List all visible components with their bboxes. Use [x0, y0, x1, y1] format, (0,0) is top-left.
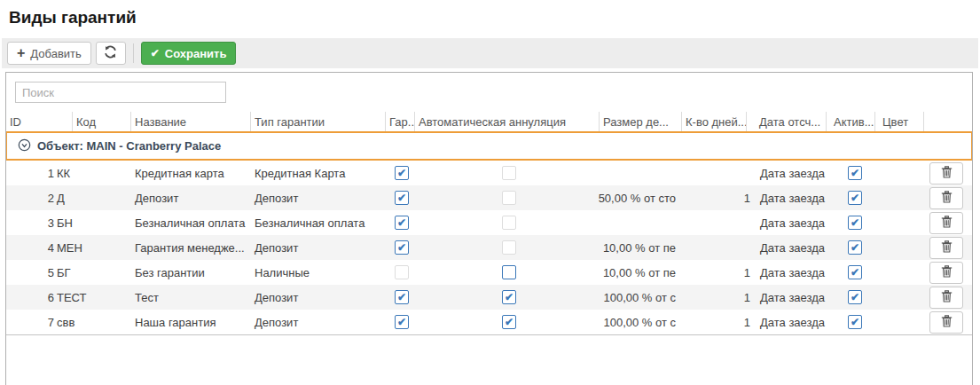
- date-cell: Дата заезда: [750, 216, 839, 230]
- type-cell: Наличные: [252, 266, 383, 279]
- date-cell: Дата заезда: [750, 192, 839, 205]
- active-checkbox[interactable]: [848, 240, 862, 255]
- guarantee-checkbox[interactable]: [395, 166, 409, 180]
- guarantee-checkbox[interactable]: [395, 240, 409, 255]
- active-checkbox[interactable]: [848, 315, 862, 329]
- toolbar: + Добавить ✔ Сохранить: [2, 38, 978, 68]
- auto-annul-checkbox[interactable]: [502, 290, 516, 304]
- group-row[interactable]: Объект: MAIN - Cranberry Palace: [6, 133, 972, 161]
- auto-annul-checkbox[interactable]: [502, 315, 516, 329]
- auto-annul-checkbox[interactable]: [502, 265, 516, 279]
- active-checkbox[interactable]: [848, 265, 862, 279]
- code-cell: Д: [54, 192, 129, 205]
- column-header-date[interactable]: Дата отсч...: [747, 112, 827, 131]
- search-row: [6, 73, 972, 112]
- active-checkbox[interactable]: [848, 191, 862, 205]
- auto-annul-checkbox[interactable]: [502, 216, 516, 230]
- name-cell: Безналичная оплата: [129, 216, 252, 230]
- table-body: 1 КК Кредитная карта Кредитная Карта Дат…: [6, 161, 972, 334]
- guarantee-cell: [383, 191, 420, 205]
- column-header-guarantee[interactable]: Гар...: [386, 112, 415, 131]
- active-checkbox[interactable]: [848, 216, 862, 230]
- auto-annul-cell: [420, 216, 598, 230]
- active-cell: [839, 216, 871, 230]
- trash-icon: [941, 166, 953, 181]
- column-header-auto-annul[interactable]: Автоматическая аннуляция: [415, 112, 600, 131]
- actions-cell: [921, 311, 972, 334]
- column-header-code[interactable]: Код: [73, 112, 131, 131]
- days-cell: 1: [678, 291, 750, 304]
- guarantee-checkbox[interactable]: [395, 191, 409, 205]
- type-cell: Депозит: [252, 192, 383, 205]
- column-header-active[interactable]: Актив...: [827, 112, 875, 131]
- id-cell: 1: [6, 167, 54, 180]
- type-cell: Депозит: [252, 241, 383, 255]
- search-input[interactable]: [15, 82, 226, 103]
- name-cell: Наша гарантия: [129, 316, 252, 329]
- table-row[interactable]: 5 БГ Без гарантии Наличные 10,00 % от пе…: [6, 260, 972, 285]
- actions-cell: [921, 162, 972, 185]
- auto-annul-cell: [420, 290, 598, 304]
- table-row[interactable]: 7 свв Наша гарантия Депозит 100,00 % от …: [6, 310, 972, 334]
- guarantee-checkbox[interactable]: [395, 216, 409, 230]
- actions-cell: [921, 212, 972, 234]
- guarantee-cell: [383, 240, 420, 255]
- column-header-color[interactable]: Цвет: [875, 112, 924, 131]
- active-cell: [839, 265, 871, 279]
- id-cell: 3: [6, 216, 54, 230]
- delete-button[interactable]: [929, 262, 963, 284]
- column-header-days[interactable]: К-во дней...: [682, 112, 747, 131]
- delete-button[interactable]: [929, 212, 963, 234]
- column-header-id[interactable]: ID: [6, 112, 73, 131]
- trash-icon: [941, 315, 953, 330]
- active-cell: [839, 290, 871, 304]
- add-button-label: Добавить: [30, 47, 81, 60]
- code-cell: БГ: [54, 266, 129, 279]
- name-cell: Тест: [129, 291, 252, 304]
- type-cell: Кредитная Карта: [252, 167, 383, 180]
- guarantee-checkbox[interactable]: [395, 265, 409, 279]
- active-checkbox[interactable]: [848, 166, 862, 180]
- add-button[interactable]: + Добавить: [7, 42, 91, 65]
- table-row[interactable]: 2 Д Депозит Депозит 50,00 % от сто 1 Дат…: [6, 185, 972, 210]
- refresh-button[interactable]: [96, 42, 126, 65]
- column-header-name[interactable]: Название: [131, 112, 251, 131]
- column-header-actions: [924, 112, 972, 131]
- trash-icon: [941, 240, 953, 255]
- column-header-type[interactable]: Тип гарантии: [251, 112, 386, 131]
- table-row[interactable]: 6 ТЕСТ Тест Депозит 100,00 % от с 1 Дата…: [6, 285, 972, 310]
- column-header-size[interactable]: Размер де...: [600, 112, 682, 131]
- delete-button[interactable]: [929, 237, 963, 259]
- grid-panel: ID Код Название Тип гарантии Гар... Авто…: [5, 72, 973, 385]
- auto-annul-checkbox[interactable]: [502, 166, 516, 180]
- delete-button[interactable]: [929, 187, 963, 209]
- delete-button[interactable]: [929, 311, 963, 334]
- table-row[interactable]: 3 БН Безналичная оплата Безналичная опла…: [6, 210, 972, 235]
- code-cell: БН: [54, 216, 129, 230]
- save-button[interactable]: ✔ Сохранить: [141, 42, 237, 65]
- code-cell: свв: [54, 316, 129, 329]
- table-row[interactable]: 4 МЕН Гарантия менедже... Депозит 10,00 …: [6, 235, 972, 260]
- table-row[interactable]: 1 КК Кредитная карта Кредитная Карта Дат…: [6, 161, 972, 185]
- actions-cell: [921, 237, 972, 259]
- delete-button[interactable]: [929, 287, 963, 309]
- active-checkbox[interactable]: [848, 290, 862, 304]
- auto-annul-checkbox[interactable]: [502, 240, 516, 255]
- auto-annul-cell: [420, 166, 598, 180]
- guarantee-checkbox[interactable]: [395, 290, 409, 304]
- group-collapse-icon[interactable]: [18, 138, 31, 154]
- name-cell: Гарантия менедже...: [129, 241, 252, 255]
- days-cell: 1: [678, 266, 750, 279]
- id-cell: 2: [6, 192, 54, 205]
- date-cell: Дата заезда: [750, 167, 839, 180]
- guarantee-checkbox[interactable]: [395, 315, 409, 329]
- days-cell: 1: [678, 316, 750, 329]
- save-button-label: Сохранить: [165, 47, 227, 60]
- guarantee-cell: [383, 315, 420, 329]
- name-cell: Без гарантии: [129, 266, 252, 279]
- auto-annul-checkbox[interactable]: [502, 191, 516, 205]
- active-cell: [839, 191, 871, 205]
- delete-button[interactable]: [929, 162, 963, 185]
- table-header: ID Код Название Тип гарантии Гар... Авто…: [6, 112, 972, 133]
- id-cell: 7: [6, 316, 54, 329]
